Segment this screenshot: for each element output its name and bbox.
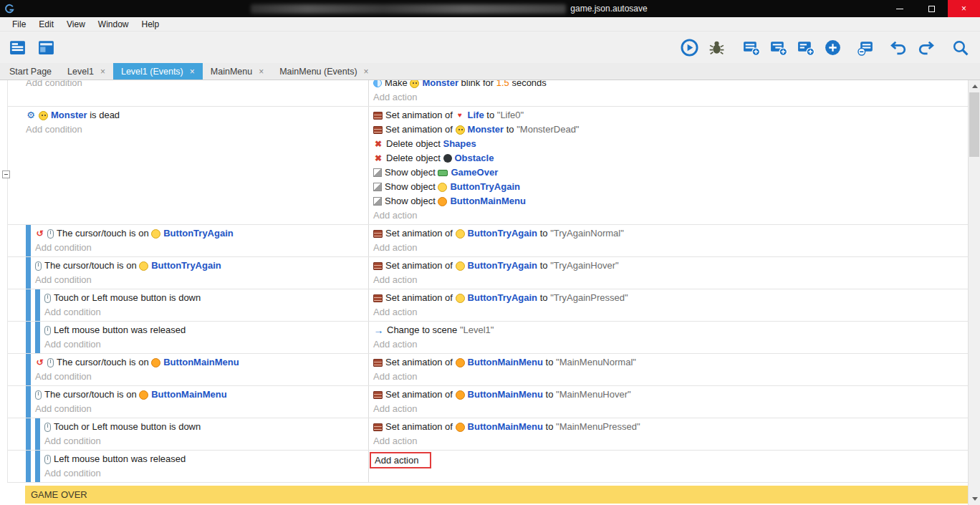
condition-line[interactable]: The cursor/touch is on ButtonTryAgain (35, 259, 368, 273)
debug-icon[interactable] (705, 36, 728, 59)
toggle-disabled-icon[interactable] (854, 36, 877, 59)
action-line[interactable]: →Change to scene "Level1" (373, 323, 968, 337)
gear-icon: ⚙ (26, 108, 36, 122)
animation-icon (373, 112, 383, 120)
collapse-event-icon[interactable] (2, 170, 10, 178)
add-condition-button[interactable]: Add condition (35, 273, 368, 287)
action-line[interactable]: Show object GameOver (373, 165, 968, 180)
add-action-button[interactable]: Add action (373, 402, 968, 416)
menu-file[interactable]: File (6, 19, 32, 29)
tab-level1-events[interactable]: Level1 (Events)× (113, 63, 203, 80)
add-action-button[interactable]: Add action (373, 241, 968, 255)
event-text: Set animation of (385, 355, 456, 370)
condition-line[interactable]: Left mouse button was released (44, 323, 368, 337)
search-icon[interactable] (948, 36, 971, 59)
add-action-button[interactable]: Add action (373, 337, 968, 352)
action-line[interactable]: Make Monster blink for 1.5 seconds (373, 80, 968, 90)
tab-close-icon[interactable]: × (100, 67, 105, 77)
gameover-icon (438, 170, 448, 176)
add-condition-button[interactable]: Add condition (44, 434, 368, 448)
event-indent-bar (26, 322, 31, 353)
undo-icon[interactable] (887, 36, 910, 59)
add-action-button[interactable]: Add action (373, 434, 968, 448)
add-condition-button[interactable]: Add condition (26, 122, 368, 137)
scroll-up-icon[interactable] (969, 80, 980, 92)
menu-window[interactable]: Window (92, 19, 135, 29)
minimize-button[interactable] (883, 0, 916, 17)
add-condition-button[interactable]: Add condition (35, 241, 368, 255)
action-line[interactable]: ✖Delete object Shapes (373, 137, 968, 151)
menu-edit[interactable]: Edit (32, 19, 60, 29)
tab-close-icon[interactable]: × (190, 67, 195, 77)
action-line[interactable]: Set animation of ButtonTryAgain to "TryA… (373, 226, 968, 241)
button-yellow-icon (456, 261, 465, 271)
scrollbar-thumb[interactable] (969, 92, 979, 157)
tab-level1[interactable]: Level1× (59, 63, 113, 80)
add-condition-button[interactable]: Add condition (44, 305, 368, 319)
actions-cell: Set animation of ButtonMainMenu to "Main… (368, 386, 968, 418)
condition-line[interactable]: ↺The cursor/touch is on ButtonTryAgain (35, 226, 368, 241)
tab-close-icon[interactable]: × (259, 67, 264, 77)
tab-close-icon[interactable]: × (364, 67, 369, 77)
blurred-path-text (251, 4, 566, 14)
condition-line[interactable]: Touch or Left mouse button is down (44, 420, 368, 434)
action-line[interactable]: Set animation of ButtonTryAgain to "TryA… (373, 291, 968, 305)
action-line[interactable]: Set animation of ButtonMainMenu to "Main… (373, 355, 968, 370)
project-manager-icon[interactable] (6, 36, 29, 59)
condition-line[interactable]: Touch or Left mouse button is down (44, 291, 368, 305)
toolbar (0, 32, 980, 63)
add-condition-button[interactable]: Add condition (26, 80, 368, 90)
events-rows: Add conditionMake Monster blink for 1.5 … (7, 80, 968, 483)
condition-line[interactable]: ⚙Monster is dead (26, 108, 368, 122)
maximize-button[interactable] (916, 0, 948, 17)
redo-icon[interactable] (914, 36, 937, 59)
add-sub-event-icon[interactable] (767, 36, 789, 59)
action-line[interactable]: Show object ButtonMainMenu (373, 194, 968, 208)
action-line[interactable]: Set animation of Monster to "MonsterDead… (373, 122, 968, 137)
add-action-button[interactable]: Add action (373, 273, 968, 287)
event-text: ButtonTryAgain (468, 226, 538, 241)
menu-view[interactable]: View (60, 19, 92, 29)
add-comment-icon[interactable] (794, 36, 817, 59)
add-action-button[interactable]: Add action (373, 90, 968, 105)
add-action-button[interactable]: Add action (373, 305, 968, 319)
action-line[interactable]: Set animation of ♥Life to "Life0" (373, 108, 968, 122)
event-text: Monster (422, 80, 458, 90)
event-text: Obstacle (455, 151, 494, 165)
condition-line[interactable]: ↺The cursor/touch is on ButtonMainMenu (35, 355, 368, 370)
button-orange-icon (151, 358, 160, 367)
action-line[interactable]: Set animation of ButtonMainMenu to "Main… (373, 388, 968, 402)
comment-row[interactable]: GAME OVER (25, 486, 968, 504)
action-line[interactable]: Show object ButtonTryAgain (373, 180, 968, 194)
add-action-button[interactable]: Add action (373, 370, 968, 384)
condition-line[interactable]: Left mouse button was released (44, 452, 368, 466)
add-event-icon[interactable] (739, 36, 762, 59)
add-condition-button[interactable]: Add condition (35, 402, 368, 416)
invert-icon: ↺ (35, 355, 44, 370)
add-condition-button[interactable]: Add condition (35, 370, 368, 384)
event-text: Set animation of (385, 108, 456, 122)
mouse-icon (47, 229, 54, 239)
scroll-down-icon[interactable] (969, 493, 980, 505)
action-line[interactable]: Set animation of ButtonMainMenu to "Main… (373, 420, 968, 434)
action-line[interactable]: Set animation of ButtonTryAgain to "TryA… (373, 259, 968, 273)
event-text: ButtonMainMenu (468, 388, 543, 402)
add-action-button-highlighted[interactable]: Add action (370, 452, 431, 468)
tab-mainmenu-events[interactable]: MainMenu (Events)× (272, 63, 376, 80)
menu-help[interactable]: Help (135, 19, 166, 29)
condition-line[interactable]: The cursor/touch is on ButtonMainMenu (35, 388, 368, 402)
actions-cell: Set animation of ButtonTryAgain to "TryA… (368, 225, 968, 256)
close-button[interactable]: × (948, 0, 980, 17)
mouse-icon (35, 261, 42, 271)
add-action-button[interactable]: Add action (373, 208, 968, 223)
tab-mainmenu[interactable]: MainMenu× (203, 63, 272, 80)
event-text: ButtonMainMenu (151, 388, 226, 402)
add-other-event-icon[interactable] (821, 36, 844, 59)
scene-editor-icon[interactable] (34, 36, 57, 59)
preview-play-icon[interactable] (678, 36, 701, 59)
add-condition-button[interactable]: Add condition (44, 466, 368, 481)
add-condition-button[interactable]: Add condition (44, 337, 368, 352)
conditions-cell: Touch or Left mouse button is downAdd co… (44, 418, 368, 450)
tab-start-page[interactable]: Start Page (1, 63, 59, 80)
action-line[interactable]: ✖Delete object Obstacle (373, 151, 968, 165)
